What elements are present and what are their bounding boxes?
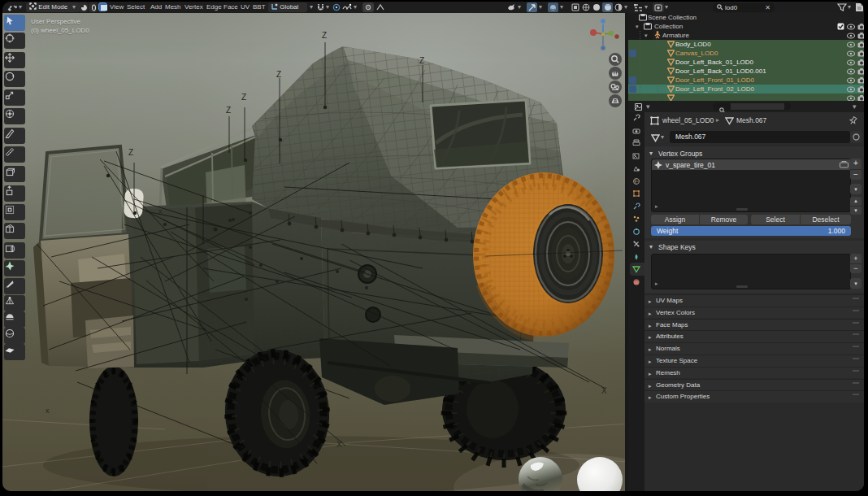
svg-text:Z: Z xyxy=(419,56,424,65)
svg-text:Z: Z xyxy=(128,148,133,157)
svg-text:x: x xyxy=(158,207,163,215)
svg-text:x: x xyxy=(46,407,50,415)
svg-text:X: X xyxy=(336,440,342,449)
svg-text:X: X xyxy=(601,386,607,395)
svg-text:Z: Z xyxy=(322,31,327,40)
svg-text:Z: Z xyxy=(276,70,281,79)
svg-text:Z: Z xyxy=(226,106,231,115)
svg-text:Z: Z xyxy=(241,93,246,102)
